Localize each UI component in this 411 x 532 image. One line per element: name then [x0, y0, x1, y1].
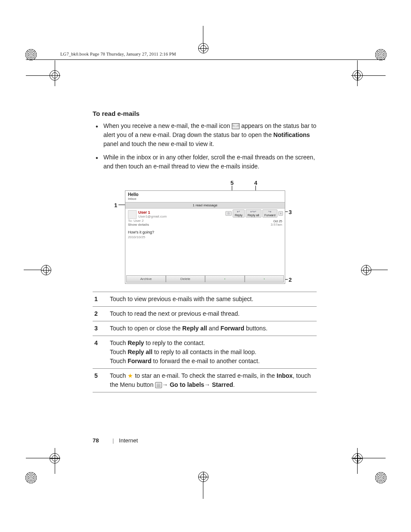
delete-button[interactable]: Delete	[166, 275, 206, 283]
crop-line	[26, 458, 60, 458]
archive-button[interactable]: Archive	[126, 275, 166, 283]
legend-text: Touch ★ to star an e-mail. To check the …	[108, 369, 317, 392]
header-rule	[26, 59, 385, 60]
crop-line	[371, 270, 388, 270]
crop-rosette-icon	[375, 49, 387, 61]
crop-rosette-icon	[25, 472, 37, 484]
reply-all-button[interactable]: ↩↩Reply all	[246, 209, 262, 218]
crop-target-icon	[198, 43, 209, 53]
legend-text: Touch to view previous e-mails with the …	[108, 292, 317, 307]
show-details[interactable]: Show details	[128, 223, 282, 227]
table-row: 2 Touch to read the next or previous e-m…	[93, 307, 317, 321]
crop-line	[203, 26, 203, 43]
crop-target-icon	[41, 265, 51, 275]
reply-button[interactable]: ↩Reply	[233, 209, 245, 218]
crop-line	[203, 482, 203, 499]
forward-button[interactable]: ↪Forward	[262, 209, 278, 218]
table-row: 5 Touch ★ to star an e-mail. To check th…	[93, 369, 317, 392]
crop-target-icon	[361, 265, 371, 275]
bottom-bar: Archive Delete ‹ ›	[126, 275, 284, 283]
legend-num: 5	[93, 369, 108, 392]
avatar-icon	[128, 210, 137, 219]
expand-chevron[interactable]: ›	[278, 211, 283, 216]
legend-text: Touch Reply to reply to the contact. Tou…	[108, 336, 317, 369]
bullet-item: When you receive a new e-mail, the e-mai…	[103, 121, 317, 149]
crop-target-icon	[352, 453, 363, 464]
recipient-line: To: User 2	[128, 219, 282, 223]
action-row: ☆ ↩Reply ↩↩Reply all ↪Forward ›	[225, 209, 283, 218]
callout-4: 4	[254, 180, 257, 186]
email-screen: Hello Inbox 1 read message User 1 User1@…	[125, 190, 285, 284]
crop-line	[26, 75, 60, 76]
crop-line	[24, 270, 41, 270]
bullet-item: While in the inbox or in any other folde…	[103, 153, 317, 171]
callout-5: 5	[230, 180, 234, 186]
crop-line	[357, 448, 358, 474]
message-block: User 1 User1@gmail.com To: User 2 Show d…	[125, 208, 285, 230]
legend-num: 4	[93, 336, 108, 369]
legend-num: 2	[93, 307, 108, 321]
crop-line	[357, 60, 358, 86]
legend-num: 3	[93, 321, 108, 336]
table-row: 4 Touch Reply to reply to the contact. T…	[93, 336, 317, 369]
next-thread-button[interactable]: ›	[245, 275, 284, 283]
legend-num: 1	[93, 292, 108, 307]
crop-target-icon	[198, 472, 209, 482]
table-row: 1 Touch to view previous e-mails with th…	[93, 292, 317, 307]
email-subject: Hello	[125, 191, 285, 197]
star-icon: ★	[128, 372, 133, 379]
page-content: To read e-mails When you receive a new e…	[93, 110, 317, 392]
email-folder: Inbox	[125, 197, 285, 201]
star-button[interactable]: ☆	[225, 211, 232, 216]
read-message-bar[interactable]: 1 read message	[125, 202, 285, 208]
crop-line	[55, 448, 55, 474]
message-body: How's it going?	[125, 230, 285, 234]
page-footer: 78 | Internet	[93, 437, 138, 444]
crop-line	[351, 458, 386, 458]
footer-section: Internet	[119, 437, 138, 444]
page-number: 78	[93, 437, 99, 444]
table-row: 3 Touch to open or close the Reply all a…	[93, 321, 317, 336]
mail-icon	[232, 123, 240, 129]
section-heading: To read e-mails	[93, 110, 317, 117]
legend-text: Touch to open or close the Reply all and…	[108, 321, 317, 336]
callout-2: 2	[289, 277, 292, 283]
document-header: LG7_bk0.book Page 78 Thursday, January 2…	[60, 52, 176, 56]
message-date: Oct 253:57am	[271, 220, 282, 227]
footer-separator: |	[112, 437, 114, 444]
crop-rosette-icon	[25, 49, 37, 61]
figure: 5 4 1 3 2 Hello Inbox 1 read message Use…	[116, 180, 289, 285]
crop-line	[55, 60, 55, 86]
message-body-date: 2010/10/25	[125, 234, 285, 240]
legend-table: 1 Touch to view previous e-mails with th…	[93, 292, 317, 392]
crop-rosette-icon	[375, 472, 387, 484]
callout-3: 3	[289, 209, 292, 215]
callout-1: 1	[114, 202, 117, 208]
legend-text: Touch to read the next or previous e-mai…	[108, 307, 317, 321]
menu-icon	[155, 382, 162, 388]
prev-thread-button[interactable]: ‹	[205, 275, 245, 283]
crop-line	[351, 75, 386, 76]
